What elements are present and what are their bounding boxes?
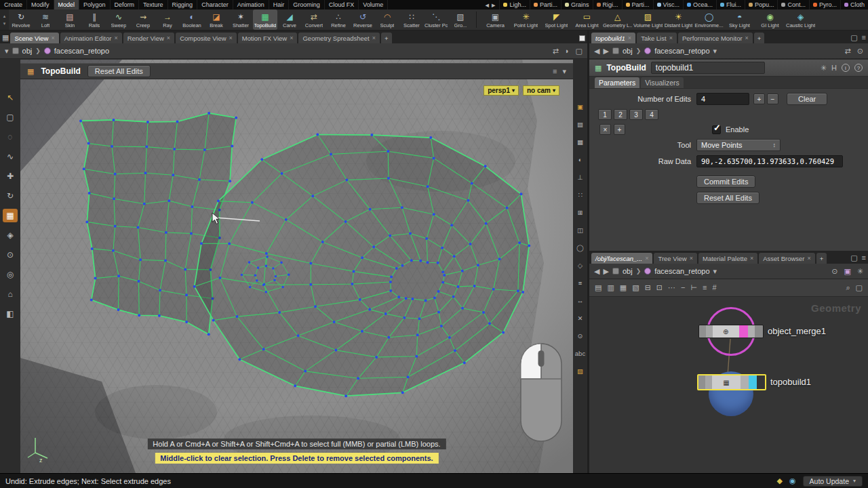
layout-single-icon[interactable]: ▤ bbox=[574, 119, 586, 129]
shelf-set-tab[interactable]: Volume bbox=[359, 0, 388, 9]
lasso-select-icon[interactable]: ◌ bbox=[3, 130, 18, 144]
shelf-tool[interactable]: ◠ Sculpt bbox=[375, 9, 399, 30]
shelf-set-tab[interactable]: Hair bbox=[269, 0, 290, 9]
clear-button[interactable]: Clear bbox=[787, 93, 827, 105]
shelf-scroll-up-icon[interactable]: ▴ bbox=[3, 14, 6, 19]
shelf-set-tab[interactable]: Visc... bbox=[653, 0, 683, 9]
node-display-flag[interactable] bbox=[749, 375, 757, 389]
forward-icon[interactable]: ▶ bbox=[603, 268, 608, 275]
asset-badge-icon[interactable]: H bbox=[831, 64, 837, 72]
network-status-icon[interactable]: ◉ bbox=[789, 477, 796, 485]
shelf-set-tab[interactable]: Create bbox=[0, 0, 27, 9]
viewport-3d[interactable]: ▦ TopoBuild Reset All Edits ≡ ▾ persp1 ▾… bbox=[20, 60, 573, 473]
help-icon[interactable]: ? bbox=[854, 64, 863, 72]
shelf-set-tab[interactable]: Rigging bbox=[168, 0, 198, 9]
shelf-set-tab[interactable]: Rigi... bbox=[593, 0, 622, 9]
new-pane-tab-button[interactable]: + bbox=[754, 33, 765, 43]
wireframe-icon[interactable]: ▦ bbox=[574, 137, 586, 146]
shelf-tool[interactable]: ↺ Reverse bbox=[351, 9, 375, 30]
node-flag-left[interactable] bbox=[698, 375, 705, 389]
shelf-tool[interactable]: ☀ Distant Light bbox=[663, 9, 694, 30]
minus-icon[interactable]: − bbox=[681, 284, 685, 291]
close-icon[interactable]: × bbox=[229, 35, 233, 41]
node-flag-left[interactable] bbox=[699, 325, 706, 338]
home-view-icon[interactable]: ⌂ bbox=[3, 287, 18, 301]
tool-dropdown[interactable]: Move Points ↕ bbox=[696, 139, 781, 151]
shelf-set-tab[interactable]: Modify bbox=[27, 0, 54, 9]
raw-data-field[interactable]: 90,-2.635700,13.973633,0.760429 bbox=[696, 155, 843, 167]
node-template-flag[interactable] bbox=[739, 325, 748, 338]
translate-handle-icon[interactable]: ✚ bbox=[3, 169, 18, 183]
shelf-tool[interactable]: ↻ Revolve bbox=[9, 9, 33, 30]
pane-menu-icon[interactable]: ≡ bbox=[862, 34, 866, 41]
shelf-set-tab[interactable]: Grooming bbox=[289, 0, 325, 9]
shelf-tool[interactable]: ▨ Volume Light bbox=[633, 9, 663, 30]
more-dots-icon[interactable]: ⋯ bbox=[668, 284, 675, 291]
box-select-icon[interactable]: ▢ bbox=[3, 110, 18, 124]
reset-all-edits-button[interactable]: Reset All Edits bbox=[87, 65, 151, 77]
node-flag-right[interactable] bbox=[748, 325, 755, 338]
pane-tab[interactable]: Scene View × bbox=[10, 33, 58, 43]
info-icon[interactable]: i bbox=[842, 64, 850, 72]
pane-menu-icon[interactable]: ≡ bbox=[862, 254, 866, 262]
pane-tab[interactable]: Tree View × bbox=[654, 253, 697, 264]
pane-tab[interactable]: Motion FX View × bbox=[238, 33, 298, 43]
shelf-tool[interactable]: ≋ Loft bbox=[33, 9, 58, 30]
back-icon[interactable]: ◀ bbox=[594, 47, 599, 55]
shelf-tool[interactable]: ∿ Sweep bbox=[106, 9, 131, 30]
node-body[interactable]: ⊕ bbox=[713, 325, 739, 338]
close-icon[interactable]: × bbox=[645, 255, 648, 262]
camera-selector[interactable]: no cam ▾ bbox=[523, 85, 559, 96]
new-pane-tab-button[interactable]: + bbox=[816, 253, 827, 264]
shaded-icon[interactable]: ◐ bbox=[574, 155, 586, 164]
number-of-edits-field[interactable]: 4 bbox=[696, 93, 749, 105]
remove-edit-button[interactable]: × bbox=[599, 124, 611, 135]
close-icon[interactable]: × bbox=[750, 255, 753, 262]
pane-layout-icon[interactable]: ▦ bbox=[2, 34, 9, 41]
back-icon[interactable]: ◀ bbox=[594, 268, 599, 275]
text-display-icon[interactable]: abc bbox=[574, 348, 586, 358]
decrement-edits-button[interactable]: − bbox=[767, 94, 778, 104]
enable-checkbox[interactable]: ✓ bbox=[712, 125, 721, 134]
shelf-set-tab[interactable]: Animation bbox=[233, 0, 269, 9]
network-editor-canvas[interactable]: Geometry ⊕ object_merge1 ▦ topobuild1 bbox=[589, 297, 868, 473]
shelf-scroll-down-icon[interactable]: ▾ bbox=[3, 21, 6, 26]
close-icon[interactable]: × bbox=[290, 35, 293, 41]
shelf-tool[interactable]: ▧ Gro... bbox=[448, 9, 473, 30]
tree-connect-icon[interactable]: ⊢ bbox=[691, 284, 698, 291]
commit-edits-button[interactable]: Commit Edits bbox=[696, 176, 755, 188]
shelf-tool[interactable]: ◈ Caustic Light bbox=[785, 9, 816, 30]
node-flag-left2[interactable] bbox=[706, 325, 713, 338]
path-node[interactable]: facescan_retopo bbox=[654, 47, 709, 55]
increment-edits-button[interactable]: + bbox=[753, 94, 765, 104]
shelf-set-tab[interactable]: Deform bbox=[111, 0, 140, 9]
edit-index-button[interactable]: 2 bbox=[614, 109, 627, 120]
shelf-tool[interactable]: ✳ Point Light bbox=[511, 9, 541, 30]
edit-index-button[interactable]: 3 bbox=[629, 109, 643, 120]
view-selector[interactable]: persp1 ▾ bbox=[484, 85, 519, 96]
pane-tab[interactable]: Composite View × bbox=[176, 33, 237, 43]
shelf-tool[interactable]: ▣ Camera bbox=[480, 9, 511, 30]
chevron-down-icon[interactable]: ▾ bbox=[5, 47, 9, 55]
pane-tab[interactable]: Performance Monitor × bbox=[678, 33, 753, 43]
points-display-icon[interactable]: ∷ bbox=[574, 190, 586, 199]
shelf-set-tab[interactable]: Texture bbox=[139, 0, 168, 9]
auto-update-dropdown[interactable]: Auto Update ▾ bbox=[803, 476, 863, 487]
grid-snap-icon[interactable]: # bbox=[713, 284, 717, 291]
light-display-icon[interactable]: ▨ bbox=[574, 366, 586, 375]
shelf-tool[interactable]: △ Geometry L... bbox=[602, 9, 633, 30]
node-topobuild1[interactable]: ▦ bbox=[697, 374, 766, 390]
shelf-set-tab[interactable]: Pyro... bbox=[809, 0, 840, 9]
shelf-set-tab[interactable]: Polygon bbox=[79, 0, 111, 9]
shelf-set-tab[interactable]: Parti... bbox=[622, 0, 653, 9]
shelf-tool[interactable]: ⋱ Cluster Points bbox=[424, 9, 448, 30]
shelf-set-tab[interactable]: Grains bbox=[561, 0, 593, 9]
shelf-tool[interactable]: ▦ TopoBuild bbox=[253, 9, 277, 30]
shelf-set-tab[interactable]: Cloth bbox=[840, 0, 868, 9]
clip-icon[interactable]: ✕ bbox=[574, 313, 586, 323]
shelf-set-tab[interactable]: Cloud FX bbox=[325, 0, 359, 9]
shelf-set-tab[interactable]: Ligh... bbox=[499, 0, 530, 9]
shelf-set-tab[interactable]: Parti... bbox=[530, 0, 561, 9]
ghost-objects-icon[interactable]: ◗ bbox=[565, 47, 570, 55]
view-state-icon[interactable]: ◎ bbox=[3, 268, 18, 281]
